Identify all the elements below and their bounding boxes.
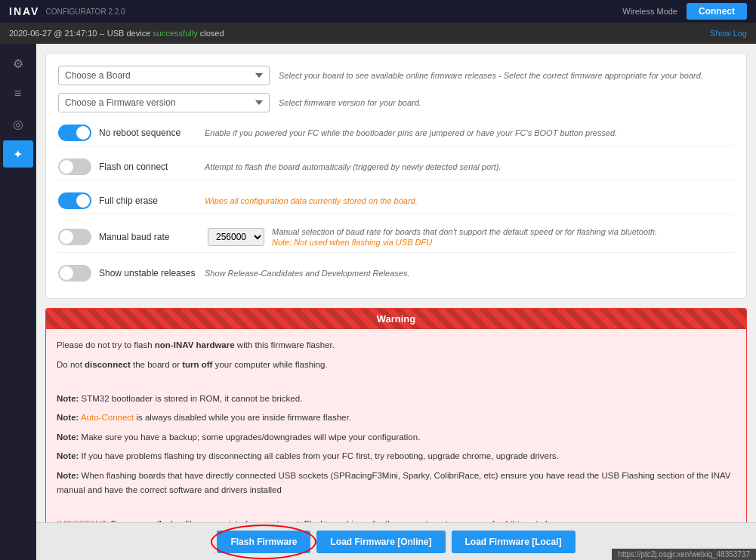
connect-button[interactable]: Connect bbox=[687, 3, 747, 20]
warning-note-4: Note: If you have problems flashing try … bbox=[57, 449, 736, 464]
manual-baud-desc: Manual selection of baud rate for boards… bbox=[272, 227, 657, 236]
warning-header: Warning bbox=[46, 309, 746, 329]
status-success-word: successfully bbox=[153, 29, 197, 38]
top-bar-left: INAV CONFIGURATOR 2.2.0 bbox=[9, 5, 125, 17]
status-message: 2020-06-27 @ 21:47:10 -- USB device succ… bbox=[9, 29, 224, 38]
manual-baud-label: Manual baud rate bbox=[99, 232, 197, 242]
sidebar: ⚙ ≡ ◎ ✦ bbox=[0, 44, 36, 560]
load-firmware-local-button[interactable]: Load Firmware [Local] bbox=[452, 531, 575, 553]
warning-bold-3: turn off bbox=[182, 360, 212, 369]
unstable-label: Show unstable releases bbox=[99, 268, 197, 278]
warning-bold-1: non-INAV hardware bbox=[155, 340, 235, 349]
flash-connect-desc: Attempt to flash the board automatically… bbox=[205, 162, 734, 171]
baud-rate-select[interactable]: 256000 115200 57600 bbox=[208, 228, 264, 246]
top-bar-right: Wireless Mode Connect bbox=[622, 3, 747, 20]
load-firmware-online-button[interactable]: Load Firmware [Online] bbox=[316, 531, 445, 553]
firmware-select[interactable]: Choose a Firmware version bbox=[58, 93, 270, 112]
no-reboot-toggle[interactable] bbox=[58, 125, 91, 141]
baud-note: Note: Not used when flashing via USB DFU bbox=[272, 238, 432, 247]
flash-connect-row: Flash on connect Attempt to flash the bo… bbox=[58, 154, 734, 180]
board-select[interactable]: Choose a Board bbox=[58, 66, 270, 85]
app-logo: INAV bbox=[9, 5, 39, 17]
unstable-releases-row: Show unstable releases Show Release-Cand… bbox=[58, 260, 734, 286]
manual-baud-toggle[interactable] bbox=[58, 229, 91, 245]
unstable-toggle[interactable] bbox=[58, 265, 91, 282]
show-log-link[interactable]: Show Log bbox=[710, 29, 747, 38]
no-reboot-row: No reboot sequence Enable if you powered… bbox=[58, 120, 734, 146]
note-label-4: Note: bbox=[57, 451, 79, 460]
full-chip-desc: Wipes all configuration data currently s… bbox=[205, 196, 734, 205]
warning-bold-2: disconnect bbox=[85, 360, 131, 369]
url-bar: https://ptc2j.osgjr.xen/welxiq_48353737 bbox=[612, 549, 756, 560]
warning-note-2: Note: Auto-Connect is always disabled wh… bbox=[57, 411, 736, 426]
wireless-mode-label: Wireless Mode bbox=[622, 7, 677, 16]
firmware-select-row: Choose a Firmware version Select firmwar… bbox=[58, 93, 734, 112]
note-label-5: Note: bbox=[57, 471, 79, 480]
firmware-description: Select firmware version for your board. bbox=[279, 98, 734, 107]
top-bar: INAV CONFIGURATOR 2.2.0 Wireless Mode Co… bbox=[0, 0, 756, 23]
warning-line-1: Please do not try to flash non-INAV hard… bbox=[57, 338, 736, 353]
sidebar-item-settings[interactable]: ⚙ bbox=[3, 50, 33, 77]
board-description: Select your board to see available onlin… bbox=[279, 71, 734, 80]
status-bar: 2020-06-27 @ 21:47:10 -- USB device succ… bbox=[0, 23, 756, 44]
sidebar-item-flash[interactable]: ✦ bbox=[3, 140, 33, 168]
app-version: CONFIGURATOR 2.2.0 bbox=[45, 8, 125, 16]
note-label-2: Note: bbox=[57, 413, 79, 422]
flash-connect-toggle[interactable] bbox=[58, 158, 91, 175]
warning-note-3: Note: Make sure you have a backup; some … bbox=[57, 430, 736, 445]
note-label-3: Note: bbox=[57, 432, 79, 442]
main-layout: ⚙ ≡ ◎ ✦ Choose a Board Select your board… bbox=[0, 44, 756, 560]
unstable-desc: Show Release-Candidates and Development … bbox=[205, 269, 734, 278]
warning-note-1: Note: STM32 bootloader is stored in ROM,… bbox=[57, 392, 736, 407]
board-select-row: Choose a Board Select your board to see … bbox=[58, 66, 734, 85]
warning-note-5: Note: When flashing boards that have dir… bbox=[57, 469, 736, 498]
note-label-1: Note: bbox=[57, 394, 79, 403]
sidebar-item-target[interactable]: ◎ bbox=[3, 110, 33, 137]
status-timestamp: 2020-06-27 @ 21:47:10 -- USB device bbox=[9, 29, 150, 38]
flash-button-wrapper: Flash Firmware bbox=[217, 531, 310, 553]
warning-content: Please do not try to flash non-INAV hard… bbox=[46, 329, 746, 546]
no-reboot-desc: Enable if you powered your FC while the … bbox=[205, 128, 734, 137]
full-chip-row: Full chip erase Wipes all configuration … bbox=[58, 188, 734, 214]
manual-baud-row: Manual baud rate 256000 115200 57600 Man… bbox=[58, 222, 734, 253]
auto-connect-text: Auto-Connect bbox=[81, 413, 134, 422]
full-chip-toggle[interactable] bbox=[58, 192, 91, 209]
content-area: Choose a Board Select your board to see … bbox=[36, 44, 756, 560]
sidebar-item-menu[interactable]: ≡ bbox=[3, 80, 33, 107]
flash-firmware-button[interactable]: Flash Firmware bbox=[217, 531, 310, 553]
warning-line-2: Do not disconnect the board or turn off … bbox=[57, 358, 736, 373]
flasher-panel: Choose a Board Select your board to see … bbox=[45, 53, 747, 299]
manual-baud-desc-container: Manual selection of baud rate for boards… bbox=[272, 226, 734, 248]
flash-connect-label: Flash on connect bbox=[99, 162, 197, 172]
status-closed-word: closed bbox=[200, 29, 224, 38]
full-chip-label: Full chip erase bbox=[99, 195, 197, 206]
warning-box: Warning Please do not try to flash non-I… bbox=[45, 308, 747, 546]
no-reboot-label: No reboot sequence bbox=[99, 128, 197, 138]
